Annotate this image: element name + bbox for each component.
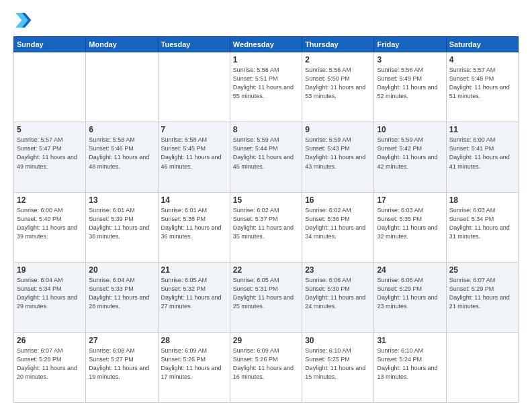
calendar-cell: 24Sunrise: 6:06 AM Sunset: 5:29 PM Dayli… xyxy=(374,263,446,332)
day-info: Sunrise: 6:05 AM Sunset: 5:32 PM Dayligh… xyxy=(161,276,227,311)
day-info: Sunrise: 5:56 AM Sunset: 5:51 PM Dayligh… xyxy=(233,66,299,101)
day-info: Sunrise: 6:02 AM Sunset: 5:36 PM Dayligh… xyxy=(305,206,371,241)
day-number: 7 xyxy=(161,125,227,134)
day-number: 11 xyxy=(449,125,515,134)
calendar-week-1: 5Sunrise: 5:57 AM Sunset: 5:47 PM Daylig… xyxy=(14,122,519,192)
calendar-cell: 2Sunrise: 5:56 AM Sunset: 5:50 PM Daylig… xyxy=(302,52,374,122)
day-info: Sunrise: 6:06 AM Sunset: 5:30 PM Dayligh… xyxy=(305,276,371,311)
day-info: Sunrise: 6:06 AM Sunset: 5:29 PM Dayligh… xyxy=(377,276,443,311)
day-info: Sunrise: 5:59 AM Sunset: 5:42 PM Dayligh… xyxy=(377,136,443,171)
day-number: 15 xyxy=(233,195,299,205)
calendar-cell: 16Sunrise: 6:02 AM Sunset: 5:36 PM Dayli… xyxy=(302,192,374,262)
calendar-week-2: 12Sunrise: 6:00 AM Sunset: 5:40 PM Dayli… xyxy=(14,192,519,262)
calendar-header-sunday: Sunday xyxy=(14,37,86,52)
calendar-week-0: 1Sunrise: 5:56 AM Sunset: 5:51 PM Daylig… xyxy=(14,52,519,122)
day-info: Sunrise: 6:05 AM Sunset: 5:31 PM Dayligh… xyxy=(233,276,299,311)
calendar-cell: 5Sunrise: 5:57 AM Sunset: 5:47 PM Daylig… xyxy=(14,122,86,192)
day-number: 23 xyxy=(305,265,371,275)
day-number: 4 xyxy=(449,55,515,64)
day-number: 9 xyxy=(305,125,371,134)
day-number: 20 xyxy=(89,265,154,275)
calendar-cell: 6Sunrise: 5:58 AM Sunset: 5:46 PM Daylig… xyxy=(86,122,158,192)
day-info: Sunrise: 5:57 AM Sunset: 5:47 PM Dayligh… xyxy=(17,136,83,171)
calendar-cell: 18Sunrise: 6:03 AM Sunset: 5:34 PM Dayli… xyxy=(446,192,518,262)
day-number: 24 xyxy=(377,265,443,275)
calendar-cell xyxy=(86,52,158,122)
calendar-cell xyxy=(446,332,518,402)
calendar-cell: 23Sunrise: 6:06 AM Sunset: 5:30 PM Dayli… xyxy=(302,263,374,332)
day-info: Sunrise: 6:08 AM Sunset: 5:27 PM Dayligh… xyxy=(89,347,154,381)
day-info: Sunrise: 6:00 AM Sunset: 5:41 PM Dayligh… xyxy=(449,136,515,171)
logo-icon xyxy=(13,11,32,30)
day-number: 6 xyxy=(89,125,154,134)
day-number: 27 xyxy=(89,336,154,345)
day-info: Sunrise: 6:07 AM Sunset: 5:29 PM Dayligh… xyxy=(449,276,515,311)
day-number: 26 xyxy=(17,336,83,345)
calendar-header-thursday: Thursday xyxy=(302,37,374,52)
calendar-header-friday: Friday xyxy=(374,37,446,52)
calendar-cell: 21Sunrise: 6:05 AM Sunset: 5:32 PM Dayli… xyxy=(158,263,230,332)
calendar-cell: 29Sunrise: 6:09 AM Sunset: 5:26 PM Dayli… xyxy=(230,332,302,402)
day-info: Sunrise: 5:58 AM Sunset: 5:46 PM Dayligh… xyxy=(89,136,154,171)
calendar-week-3: 19Sunrise: 6:04 AM Sunset: 5:34 PM Dayli… xyxy=(14,263,519,332)
calendar-cell: 31Sunrise: 6:10 AM Sunset: 5:24 PM Dayli… xyxy=(374,332,446,402)
calendar-cell: 15Sunrise: 6:02 AM Sunset: 5:37 PM Dayli… xyxy=(230,192,302,262)
day-info: Sunrise: 5:56 AM Sunset: 5:50 PM Dayligh… xyxy=(305,66,371,101)
day-number: 28 xyxy=(161,336,227,345)
day-info: Sunrise: 6:04 AM Sunset: 5:33 PM Dayligh… xyxy=(89,276,154,311)
day-number: 10 xyxy=(377,125,443,134)
calendar-cell: 13Sunrise: 6:01 AM Sunset: 5:39 PM Dayli… xyxy=(86,192,158,262)
calendar-cell: 12Sunrise: 6:00 AM Sunset: 5:40 PM Dayli… xyxy=(14,192,86,262)
calendar-cell: 30Sunrise: 6:10 AM Sunset: 5:25 PM Dayli… xyxy=(302,332,374,402)
day-info: Sunrise: 6:03 AM Sunset: 5:34 PM Dayligh… xyxy=(449,206,515,241)
header xyxy=(13,11,519,30)
calendar-cell: 27Sunrise: 6:08 AM Sunset: 5:27 PM Dayli… xyxy=(86,332,158,402)
day-info: Sunrise: 5:56 AM Sunset: 5:49 PM Dayligh… xyxy=(377,66,443,101)
calendar-cell: 10Sunrise: 5:59 AM Sunset: 5:42 PM Dayli… xyxy=(374,122,446,192)
calendar-cell: 11Sunrise: 6:00 AM Sunset: 5:41 PM Dayli… xyxy=(446,122,518,192)
calendar-header-saturday: Saturday xyxy=(446,37,518,52)
calendar-week-4: 26Sunrise: 6:07 AM Sunset: 5:28 PM Dayli… xyxy=(14,332,519,402)
day-number: 14 xyxy=(161,195,227,205)
day-info: Sunrise: 6:04 AM Sunset: 5:34 PM Dayligh… xyxy=(17,276,83,311)
calendar-cell: 22Sunrise: 6:05 AM Sunset: 5:31 PM Dayli… xyxy=(230,263,302,332)
calendar-cell xyxy=(14,52,86,122)
day-info: Sunrise: 6:10 AM Sunset: 5:24 PM Dayligh… xyxy=(377,347,443,381)
day-number: 12 xyxy=(17,195,83,205)
day-info: Sunrise: 6:07 AM Sunset: 5:28 PM Dayligh… xyxy=(17,347,83,381)
calendar-cell: 17Sunrise: 6:03 AM Sunset: 5:35 PM Dayli… xyxy=(374,192,446,262)
calendar-cell: 14Sunrise: 6:01 AM Sunset: 5:38 PM Dayli… xyxy=(158,192,230,262)
calendar-cell: 7Sunrise: 5:58 AM Sunset: 5:45 PM Daylig… xyxy=(158,122,230,192)
day-number: 31 xyxy=(377,336,443,345)
day-info: Sunrise: 6:00 AM Sunset: 5:40 PM Dayligh… xyxy=(17,206,83,241)
calendar-cell: 4Sunrise: 5:57 AM Sunset: 5:48 PM Daylig… xyxy=(446,52,518,122)
day-number: 13 xyxy=(89,195,154,205)
day-number: 21 xyxy=(161,265,227,275)
calendar-cell: 20Sunrise: 6:04 AM Sunset: 5:33 PM Dayli… xyxy=(86,263,158,332)
day-number: 19 xyxy=(17,265,83,275)
day-info: Sunrise: 5:57 AM Sunset: 5:48 PM Dayligh… xyxy=(449,66,515,101)
day-info: Sunrise: 5:59 AM Sunset: 5:44 PM Dayligh… xyxy=(233,136,299,171)
calendar-cell: 19Sunrise: 6:04 AM Sunset: 5:34 PM Dayli… xyxy=(14,263,86,332)
day-info: Sunrise: 6:01 AM Sunset: 5:38 PM Dayligh… xyxy=(161,206,227,241)
calendar-cell: 26Sunrise: 6:07 AM Sunset: 5:28 PM Dayli… xyxy=(14,332,86,402)
calendar-cell: 28Sunrise: 6:09 AM Sunset: 5:26 PM Dayli… xyxy=(158,332,230,402)
day-number: 1 xyxy=(233,55,299,64)
day-number: 2 xyxy=(305,55,371,64)
calendar-cell: 3Sunrise: 5:56 AM Sunset: 5:49 PM Daylig… xyxy=(374,52,446,122)
calendar-header-tuesday: Tuesday xyxy=(158,37,230,52)
day-number: 25 xyxy=(449,265,515,275)
day-number: 18 xyxy=(449,195,515,205)
day-number: 3 xyxy=(377,55,443,64)
day-number: 30 xyxy=(305,336,371,345)
calendar-header-monday: Monday xyxy=(86,37,158,52)
calendar-cell: 9Sunrise: 5:59 AM Sunset: 5:43 PM Daylig… xyxy=(302,122,374,192)
day-info: Sunrise: 6:02 AM Sunset: 5:37 PM Dayligh… xyxy=(233,206,299,241)
page: SundayMondayTuesdayWednesdayThursdayFrid… xyxy=(0,0,532,411)
day-info: Sunrise: 6:01 AM Sunset: 5:39 PM Dayligh… xyxy=(89,206,154,241)
day-info: Sunrise: 6:09 AM Sunset: 5:26 PM Dayligh… xyxy=(233,347,299,381)
day-number: 16 xyxy=(305,195,371,205)
day-number: 8 xyxy=(233,125,299,134)
day-number: 29 xyxy=(233,336,299,345)
logo xyxy=(13,11,35,30)
